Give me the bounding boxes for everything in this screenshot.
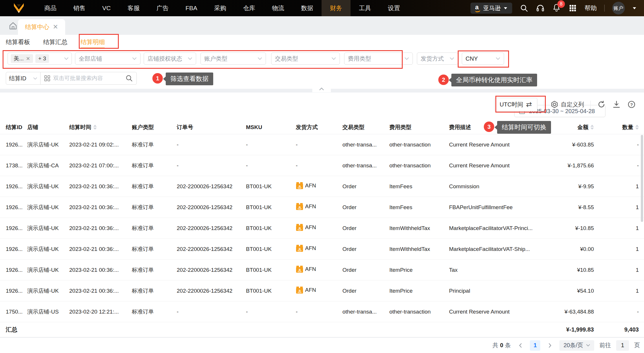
- table-row[interactable]: 1926... 演示店铺-UK 2023-02-21 00:36:... 标准订…: [0, 218, 644, 239]
- help-link[interactable]: 帮助: [585, 4, 597, 12]
- table-row[interactable]: 1926... 演示店铺-UK 2023-02-21 00:36:... 标准订…: [0, 280, 644, 301]
- sub-tab[interactable]: 结算明细: [81, 35, 105, 49]
- nav-menu-item[interactable]: 客服: [119, 0, 148, 16]
- nav-menu-item[interactable]: 物流: [264, 0, 293, 16]
- home-icon[interactable]: [8, 21, 18, 31]
- batch-search-icon[interactable]: [44, 75, 50, 82]
- cell-shop: 演示店铺-UK: [27, 225, 69, 232]
- vertical-scrollbar[interactable]: [641, 135, 643, 222]
- cell-shop: 演示店铺-UK: [27, 141, 69, 149]
- filter-select[interactable]: 费用类型: [344, 53, 413, 65]
- column-header[interactable]: 费用类型: [389, 124, 449, 131]
- filter-select[interactable]: 账户类型: [200, 53, 266, 65]
- column-header[interactable]: 店铺: [27, 124, 69, 131]
- nav-menu-item[interactable]: 采购: [206, 0, 235, 16]
- column-header[interactable]: MSKU: [246, 124, 296, 131]
- table-row[interactable]: 1926... 演示店铺-UK 2023-02-21 09:02:... 标准订…: [0, 134, 644, 155]
- apps-grid-icon[interactable]: [568, 4, 577, 12]
- sort-icon[interactable]: [93, 125, 97, 130]
- column-header[interactable]: 订单号: [177, 124, 246, 131]
- callout-3-badge: 3: [484, 122, 494, 132]
- next-page-button[interactable]: [546, 340, 554, 351]
- cell-shipping: a AFN: [296, 182, 342, 191]
- prev-page-button[interactable]: [516, 340, 525, 351]
- filter-tag[interactable]: 美... ✕: [11, 54, 33, 63]
- table-row[interactable]: 1750... 演示店铺-US 2023-02-20 12:21:... 标准订…: [0, 301, 644, 322]
- nav-menu-item[interactable]: 财务: [322, 0, 351, 16]
- nav-menu-item[interactable]: VC: [94, 0, 119, 16]
- tab-bar: 结算中心 ✕: [0, 16, 644, 35]
- filter-select[interactable]: 全部店铺: [75, 53, 141, 65]
- nav-menu-item[interactable]: 销售: [65, 0, 94, 16]
- cell-shop: 演示店铺-UK: [27, 183, 69, 190]
- page-size-select[interactable]: 20条/页: [559, 340, 594, 351]
- notifications-button[interactable]: 8: [552, 3, 561, 13]
- column-header[interactable]: 结算ID: [6, 124, 27, 131]
- cell-fee-description: MarketplaceFacilitatorVAT-Princi...: [449, 225, 553, 231]
- collapse-filters-button[interactable]: [312, 86, 331, 92]
- currency-select[interactable]: CNY: [462, 53, 504, 65]
- chevron-right-icon: [548, 343, 552, 348]
- goto-page-input[interactable]: 1: [616, 340, 629, 351]
- divider: [604, 5, 605, 12]
- nav-menu-item[interactable]: 工具: [351, 0, 380, 16]
- search-input[interactable]: [53, 75, 123, 82]
- cell-transaction-type: Order: [342, 288, 389, 294]
- cell-fee-type: ItemFees: [389, 204, 449, 211]
- utc-time-toggle-button[interactable]: UTC时间 ⇄: [494, 98, 537, 111]
- tag-remove-icon[interactable]: ✕: [26, 56, 30, 62]
- table-row[interactable]: 1926... 演示店铺-UK 2023-02-21 00:36:... 标准订…: [0, 260, 644, 280]
- nav-menu-item[interactable]: FBA: [177, 0, 206, 16]
- tab-settlement-center[interactable]: 结算中心 ✕: [18, 19, 65, 35]
- customize-columns-button[interactable]: 自定义列: [550, 100, 584, 108]
- close-icon[interactable]: ✕: [53, 24, 58, 30]
- account-avatar[interactable]: 账户: [612, 2, 625, 15]
- cell-fee-type: ItemPrice: [389, 288, 449, 294]
- nav-menu-item[interactable]: 商品: [36, 0, 65, 16]
- table-row[interactable]: 1926... 演示店铺-UK 2023-02-21 00:36:... 标准订…: [0, 197, 644, 218]
- refresh-icon[interactable]: [597, 100, 606, 109]
- marketplace-selector[interactable]: a 亚马逊: [470, 3, 512, 14]
- filter-select[interactable]: 交易类型: [271, 53, 340, 65]
- svg-text:a: a: [298, 184, 301, 188]
- marketplace-filter-select[interactable]: 美... ✕ + 3: [8, 53, 72, 65]
- cell-settlement-time: 2023-02-20 12:21:...: [69, 309, 132, 315]
- table-row[interactable]: 1738... 演示店铺-CA 2023-02-21 07:00:... 标准订…: [0, 155, 644, 176]
- column-header[interactable]: 数量: [594, 124, 639, 131]
- filter-select[interactable]: 店铺授权状态: [144, 53, 196, 65]
- column-header[interactable]: 发货方式: [296, 124, 342, 131]
- sub-tab[interactable]: 结算汇总: [43, 35, 67, 49]
- search-field-select[interactable]: 结算ID: [6, 72, 41, 85]
- afn-badge: a AFN: [296, 224, 316, 231]
- nav-menu-item[interactable]: 设置: [380, 0, 408, 16]
- headset-icon[interactable]: [536, 4, 545, 12]
- cell-account-type: 标准订单: [132, 225, 177, 232]
- page-number-current[interactable]: 1: [530, 340, 540, 351]
- account-chevron-icon[interactable]: [633, 7, 636, 9]
- nav-menu-item[interactable]: 广告: [148, 0, 177, 16]
- search-icon[interactable]: [520, 4, 528, 12]
- search-icon[interactable]: [125, 75, 133, 82]
- help-icon[interactable]: ?: [627, 100, 636, 109]
- column-header[interactable]: 交易类型: [342, 124, 389, 131]
- cell-settlement-time: 2023-02-21 00:36:...: [69, 267, 132, 273]
- column-header[interactable]: 账户类型: [132, 124, 177, 131]
- sub-tab[interactable]: 结算看板: [6, 35, 30, 49]
- cell-quantity: 1: [594, 225, 639, 231]
- table-toolbar: UTC时间 ⇄ 自定义列 ?: [494, 96, 636, 113]
- brand-logo[interactable]: [12, 1, 25, 15]
- table-row[interactable]: 1926... 演示店铺-UK 2023-02-21 00:36:... 标准订…: [0, 176, 644, 197]
- sort-icon[interactable]: [590, 125, 594, 130]
- filter-tag-more[interactable]: + 3: [35, 54, 49, 63]
- column-header[interactable]: 金额: [553, 124, 594, 131]
- sort-icon[interactable]: [635, 125, 639, 130]
- column-header[interactable]: 结算时间: [69, 124, 132, 131]
- cell-msku: BT001-UK: [246, 225, 296, 231]
- download-icon[interactable]: [612, 100, 621, 109]
- filter-select[interactable]: 发货方式: [417, 53, 458, 65]
- table-row[interactable]: 1926... 演示店铺-UK 2023-02-21 00:36:... 标准订…: [0, 239, 644, 260]
- nav-menu-item[interactable]: 数据: [293, 0, 322, 16]
- filter-row-2: 结算ID: [6, 72, 137, 85]
- nav-menu-item[interactable]: 仓库: [235, 0, 264, 16]
- cell-settlement-id: 1926...: [6, 183, 27, 190]
